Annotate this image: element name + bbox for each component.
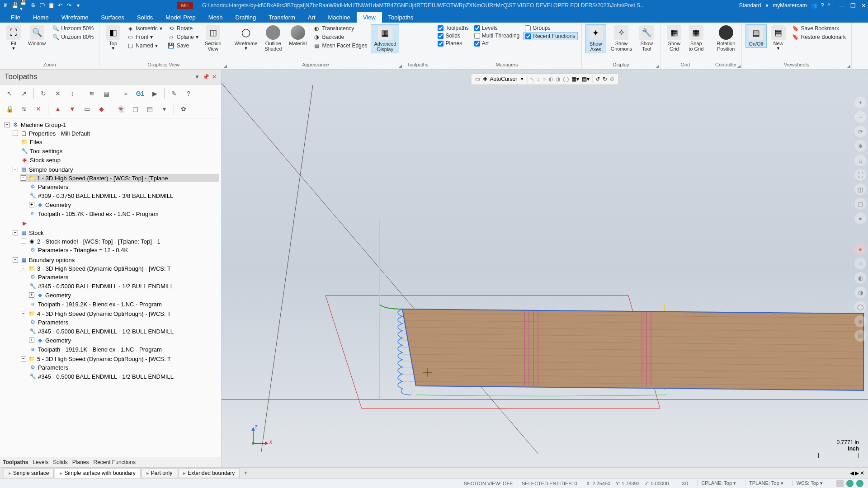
help-tb-icon[interactable]: ? xyxy=(182,87,195,100)
zoom-in-icon[interactable]: ＋ xyxy=(854,97,866,108)
sel-icon-11[interactable]: ⊘ xyxy=(610,76,614,82)
tab-mesh[interactable]: Mesh xyxy=(202,12,229,23)
tool-d-icon[interactable]: ◑ xyxy=(854,286,866,298)
toolpaths-manager-toggle[interactable]: Toolpaths xyxy=(436,24,470,32)
toggle-icon[interactable]: − xyxy=(21,311,26,316)
viewsheet-tab-simple-boundary[interactable]: ▸Simple surface with boundary xyxy=(55,468,140,478)
toggle-display-icon[interactable]: ≋ xyxy=(17,103,31,115)
cplane-button[interactable]: ▱Cplane ▾ xyxy=(166,33,200,41)
save-as-icon[interactable]: 💾▾ xyxy=(20,1,28,9)
front-view-button[interactable]: ▭Front ▾ xyxy=(125,33,164,41)
viewsheet-close-icon[interactable]: ✕ xyxy=(860,470,864,476)
toolpath-4-node[interactable]: Toolpath - 1919.1K - Blend ex - 1.NC - P… xyxy=(38,346,162,353)
sel-icon-5[interactable]: ◑ xyxy=(556,76,560,82)
section-view-status[interactable]: SECTION VIEW: OFF xyxy=(464,481,513,486)
settings-icon[interactable]: ✿ xyxy=(177,103,190,115)
properties-node[interactable]: Properties - Mill Default xyxy=(29,130,90,137)
sel-icon-2[interactable]: ↓ xyxy=(537,76,540,82)
translucency-button[interactable]: ◐Translucency xyxy=(311,24,369,33)
tool-e-icon[interactable]: ◯ xyxy=(854,301,866,313)
backplot-icon[interactable]: ≋ xyxy=(85,87,99,100)
appearance-launcher-icon[interactable]: ◢ xyxy=(399,64,402,68)
select-all-icon[interactable]: ↖ xyxy=(3,87,16,100)
operations-tree[interactable]: −⚙Machine Group-1 −▢Properties - Mill De… xyxy=(0,118,221,457)
save-bookmark-button[interactable]: 🔖Save Bookmark xyxy=(790,24,848,33)
panel-tab-recent[interactable]: Recent Functions xyxy=(94,459,136,465)
panel-tab-levels[interactable]: Levels xyxy=(33,459,48,465)
zoom-out-icon[interactable]: － xyxy=(854,111,866,123)
community-icon[interactable]: 👥 xyxy=(811,2,817,9)
sel-icon-10[interactable]: ↻ xyxy=(603,76,607,82)
show-gnomons-button[interactable]: ✧Show Gnomons xyxy=(608,24,635,52)
wireframe-button[interactable]: ◯Wireframe▼ xyxy=(232,24,260,52)
help-icon[interactable]: ? xyxy=(821,2,824,9)
params-triangles-node[interactable]: Parameters - Triangles = 12 - 0.4K xyxy=(38,247,128,253)
regen-all-icon[interactable]: ↕ xyxy=(66,87,79,100)
tab-drafting[interactable]: Drafting xyxy=(229,12,263,23)
parameters-node[interactable]: Parameters xyxy=(38,364,68,371)
panel-tab-toolpaths[interactable]: Toolpaths xyxy=(3,459,28,465)
toggle-icon[interactable]: − xyxy=(13,167,18,172)
toggle-icon[interactable]: − xyxy=(21,239,26,244)
status-icon-2[interactable] xyxy=(846,480,854,487)
display-icon[interactable]: ▢ xyxy=(128,103,142,115)
minimize-button[interactable]: — xyxy=(839,2,845,9)
status-icon-3[interactable] xyxy=(856,480,863,487)
show-grid-button[interactable]: ▦Show Grid xyxy=(664,24,684,52)
toggle-icon[interactable]: − xyxy=(21,175,26,181)
toolpath-1-node[interactable]: Toolpath - 105.7K - Blend ex - 1.NC - Pr… xyxy=(38,211,159,217)
parameters-node[interactable]: Parameters xyxy=(38,183,68,190)
machine-group-node[interactable]: Machine Group-1 xyxy=(21,122,66,128)
tab-model-prep[interactable]: Model Prep xyxy=(159,12,202,23)
toggle-icon[interactable]: − xyxy=(21,356,26,361)
status-icon-1[interactable] xyxy=(836,480,844,487)
home-view-icon[interactable]: ⌂ xyxy=(854,155,866,166)
pan-tool-icon[interactable]: ✥ xyxy=(854,140,866,152)
geometry-node[interactable]: Geometry xyxy=(45,202,71,208)
viewsheets-launcher-icon[interactable]: ◢ xyxy=(847,64,850,68)
g1-icon[interactable]: G1 xyxy=(133,87,147,100)
tab-art[interactable]: Art xyxy=(302,12,322,23)
geometry-node[interactable]: Geometry xyxy=(45,337,71,344)
tool-b-icon[interactable]: ○ xyxy=(854,258,866,269)
stock-setup-node[interactable]: Stock setup xyxy=(30,157,61,164)
section-icon[interactable]: ◫ xyxy=(854,183,866,195)
workspace-dropdown[interactable]: Standard xyxy=(739,2,761,9)
tool-345-node[interactable]: #345 - 0.5000 BALL ENDMILL - 1/2 BULL EN… xyxy=(38,328,174,335)
mesh-facet-button[interactable]: ▦Mesh Facet Edges xyxy=(311,42,369,50)
toggle-icon[interactable]: − xyxy=(13,230,18,235)
tool-g-icon[interactable]: ☒ xyxy=(854,330,866,342)
panel-tab-solids[interactable]: Solids xyxy=(53,459,68,465)
show-axes-button[interactable]: ✦Show Axes xyxy=(585,24,606,53)
solids-manager-toggle[interactable]: Solids xyxy=(436,32,470,39)
toggle-icon[interactable]: + xyxy=(29,338,34,343)
parameters-node[interactable]: Parameters xyxy=(38,274,68,281)
nav-down-icon[interactable]: ▼ xyxy=(66,103,79,115)
tab-home[interactable]: Home xyxy=(27,12,55,23)
operation-5[interactable]: 5 - 3D High Speed (Dynamic OptiRough) - … xyxy=(37,356,171,362)
window-button[interactable]: 🔍Window xyxy=(25,24,48,47)
outline-shaded-button[interactable]: Outline Shaded xyxy=(262,24,284,52)
tab-file[interactable]: File xyxy=(5,12,27,23)
recent-functions-toggle[interactable]: Recent Functions xyxy=(523,32,577,40)
display-launcher-icon[interactable]: ◢ xyxy=(656,64,659,68)
viewsheet-nav-right-icon[interactable]: ▶ xyxy=(855,470,859,476)
tab-machine[interactable]: Machine xyxy=(322,12,357,23)
levels-manager-toggle[interactable]: Levels xyxy=(472,24,521,32)
restore-bookmark-button[interactable]: 🔖Restore Bookmark xyxy=(790,33,848,41)
redo-icon[interactable]: ↷ xyxy=(65,1,73,9)
sel-icon-3[interactable]: ○ xyxy=(542,76,546,82)
toggle-icon[interactable]: + xyxy=(29,292,34,298)
shaded-view-icon[interactable]: ● xyxy=(854,212,866,224)
operation-4[interactable]: 4 - 3D High Speed (Dynamic OptiRough) - … xyxy=(37,310,171,317)
operation-1[interactable]: 1 - 3D High Speed (Raster) - [WCS: Top] … xyxy=(37,175,168,182)
sel-icon-6[interactable]: ◯ xyxy=(563,76,569,82)
top-view-button[interactable]: ◧Top▼ xyxy=(103,24,123,52)
named-view-button[interactable]: ▢Named ▾ xyxy=(125,42,164,50)
tool-f-icon[interactable]: ⊕ xyxy=(854,315,866,327)
toggle-icon[interactable]: − xyxy=(21,266,26,271)
advanced-display-button[interactable]: ▦Advanced Display xyxy=(371,24,399,53)
customize-qat-icon[interactable]: ▾ xyxy=(74,1,82,9)
select-dirty-icon[interactable]: ↗ xyxy=(17,87,31,100)
restore-button[interactable]: ❐ xyxy=(850,2,856,9)
